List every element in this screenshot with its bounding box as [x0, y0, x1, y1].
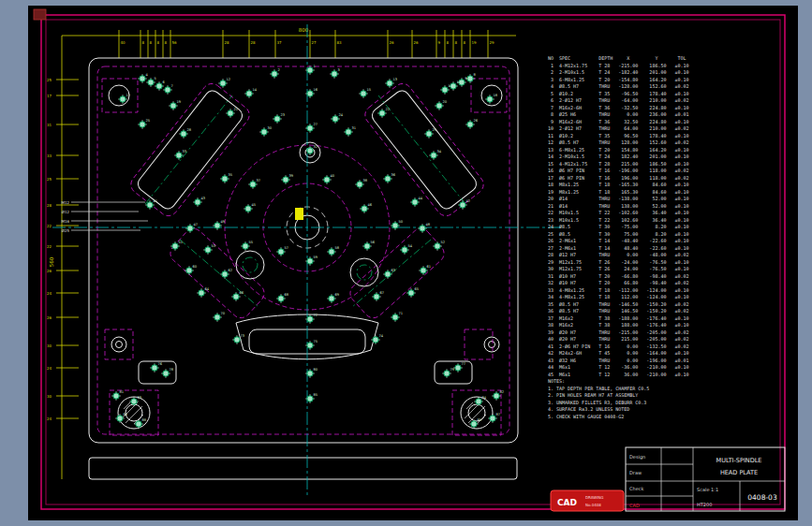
hole-marker — [346, 129, 351, 135]
hole-number: 17 — [126, 94, 131, 97]
hole-marker — [385, 271, 391, 277]
dim-value: 29 — [490, 40, 495, 45]
hole-table-row: 45 M6x1 T 12 36.00 -210.00 ±0.10 — [548, 372, 689, 377]
hole-marker — [152, 365, 157, 371]
hole-marker — [246, 91, 252, 96]
dim-value: 27 — [312, 40, 317, 45]
hole-number: 67 — [380, 291, 385, 295]
hole-number: 78 — [170, 368, 174, 372]
tb-draw-label: Draw — [629, 470, 642, 475]
hole-table-row: 36 Ø8.5 H7 THRU 146.50 -150.20 ±0.02 — [548, 308, 689, 314]
hole-table-row: 5. CHECK WITH GAUGE 0408-G2 — [548, 414, 624, 419]
dim-value: 30 — [47, 343, 52, 348]
hole-number: 36 — [391, 173, 396, 177]
hole-number: 24 — [339, 113, 344, 117]
hole-marker — [435, 243, 440, 249]
hole-marker — [379, 110, 385, 116]
hole-marker — [117, 416, 123, 421]
hole-marker — [307, 91, 313, 96]
hole-marker — [455, 365, 461, 371]
hole-number: 38 — [363, 179, 368, 183]
hole-number: 2 — [278, 68, 280, 72]
hole-number: 73 — [241, 334, 245, 338]
hole-marker — [243, 243, 248, 249]
hole-marker — [274, 116, 280, 122]
dim-value: 24 — [47, 291, 52, 296]
hole-marker — [307, 343, 313, 348]
hole-number: 51 — [179, 241, 184, 244]
hole-marker — [170, 103, 176, 109]
cad-drawing-viewport[interactable]: 800 560 40888856282837278326269888192925… — [0, 0, 812, 526]
hole-table-row: 25 Ø8.5 T 30 75.00 8.20 ±0.10 — [548, 231, 689, 237]
hole-table-row: 28 Ø12 H7 THRU 0.00 -48.00 ±0.02 — [548, 252, 689, 257]
dim-value: 26 — [47, 315, 52, 320]
dim-value: 28 — [251, 40, 257, 45]
hole-number: 54 — [408, 244, 413, 248]
hole-marker — [442, 87, 448, 93]
hole-table-row: 4. SURFACE Ra3.2 UNLESS NOTED — [548, 406, 629, 412]
hole-marker — [307, 258, 313, 264]
hole-number: 28 — [187, 128, 192, 132]
hole-marker — [408, 290, 414, 296]
hole-number: 83 — [138, 396, 142, 400]
hole-number: 22 — [386, 108, 391, 111]
hole-marker — [272, 71, 277, 77]
hole-number: 61 — [427, 265, 432, 269]
hole-table-row: 7 M16x2-6H T 36 -32.50 224.80 ±0.10 — [548, 105, 689, 110]
hole-marker — [307, 125, 313, 131]
hole-number: 87 — [496, 413, 501, 416]
dim-value: 30 — [47, 394, 52, 399]
hole-number: 43 — [201, 197, 206, 200]
hole-marker — [131, 399, 137, 404]
hole-marker — [490, 416, 495, 421]
hole-marker — [385, 176, 391, 182]
hole-marker — [187, 226, 193, 231]
hole-table-row: 27 2-M6x1 T 14 48.40 -22.60 ±0.10 — [548, 245, 689, 251]
hole-marker — [467, 76, 473, 81]
hole-number: 68 — [285, 293, 289, 297]
hole-number: 30 — [268, 126, 273, 130]
hole-number: 10 — [457, 80, 462, 84]
dim-value: 40 — [121, 40, 126, 45]
hole-number: 45 — [252, 203, 257, 207]
hole-marker — [234, 337, 240, 343]
hole-number: 33 — [183, 150, 187, 153]
hole-table-row: 44 M6x1 T 12 -36.00 -210.00 ±0.10 — [548, 364, 689, 370]
hole-number: 11 — [449, 84, 453, 88]
hole-table-row: NO SPEC DEPTH X Y TOL — [548, 55, 687, 61]
leader-label: Ø12 — [62, 210, 70, 214]
hole-table-row: 12 Ø8.5 H7 THRU 128.00 152.60 ±0.02 — [548, 139, 689, 145]
hole-table-row: 30 M12x1.75 T 26 24.00 -76.50 ±0.10 — [548, 266, 689, 271]
hole-marker — [357, 182, 362, 187]
hole-marker — [140, 76, 145, 81]
hole-table-row: 15 4-M12x1.75 T 28 215.00 186.50 ±0.10 — [548, 161, 689, 167]
hole-marker — [205, 247, 211, 253]
hole-table-row: 39 Ø20 H7 THRU -215.00 -205.00 ±0.02 — [548, 329, 689, 335]
hole-number: 40 — [331, 174, 335, 178]
hole-marker — [307, 67, 313, 73]
hole-number: 32 — [314, 145, 318, 149]
hole-number: 46 — [368, 203, 373, 207]
hole-marker — [487, 96, 493, 102]
overall-height-dim: 560 — [49, 256, 54, 267]
hole-table-row: 23 M10x1.5 T 22 102.60 36.40 ±0.10 — [548, 217, 689, 223]
hole-number: 84 — [482, 396, 487, 400]
hole-number: 72 — [314, 314, 318, 317]
dim-value: 83 — [337, 40, 343, 45]
hole-marker — [195, 199, 200, 205]
hole-number: 79 — [450, 368, 455, 372]
hole-number: 35 — [229, 173, 233, 177]
hole-marker — [460, 202, 465, 208]
hole-number: 25 — [146, 119, 151, 123]
hole-marker — [392, 314, 398, 320]
hole-marker — [426, 131, 432, 137]
hole-number: 59 — [314, 256, 318, 259]
leader-label: Ø25 — [62, 228, 70, 233]
hole-number: 53 — [212, 244, 216, 248]
hole-number: 3 — [338, 68, 340, 72]
hole-number: 26 — [474, 119, 479, 123]
hole-number: 71 — [399, 312, 404, 315]
hole-marker — [332, 116, 338, 122]
dim-value: 28 — [47, 203, 52, 208]
dim-value: 31 — [47, 123, 52, 127]
